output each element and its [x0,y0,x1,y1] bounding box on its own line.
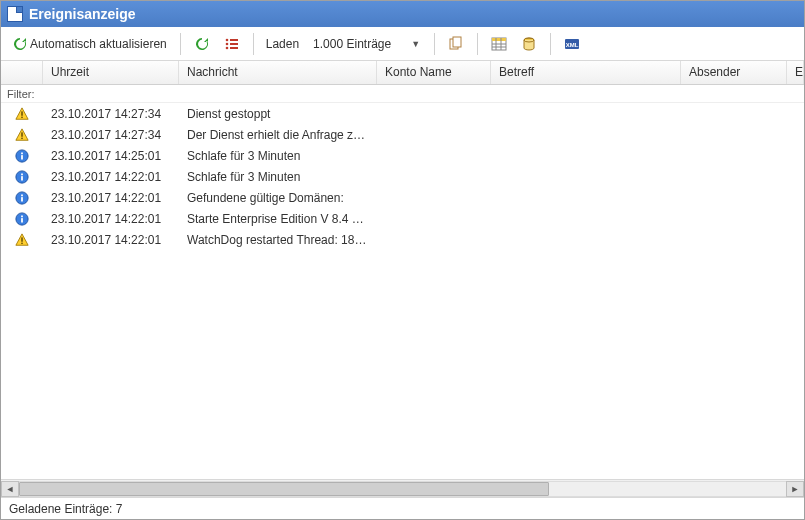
table-row[interactable]: 23.10.2017 14:22:01WatchDog restarted Th… [1,229,804,250]
svg-rect-24 [21,152,23,154]
row-type-icon [1,128,43,142]
header-account[interactable]: Konto Name [377,61,491,84]
xml-icon: XML [564,36,580,52]
svg-rect-19 [21,116,22,117]
cell-message: Der Dienst erhielt die Anfrage zu... [179,128,377,142]
svg-rect-33 [21,215,23,217]
svg-rect-7 [453,37,461,47]
refresh-icon [12,36,28,52]
svg-rect-32 [21,218,23,222]
cell-message: Dienst gestoppt [179,107,377,121]
copy-button[interactable] [443,31,469,57]
scroll-track[interactable] [19,481,786,497]
auto-refresh-label: Automatisch aktualisieren [30,37,167,51]
svg-rect-1 [230,39,238,41]
cell-time: 23.10.2017 14:22:01 [43,170,179,184]
refresh-icon [194,36,210,52]
table-row[interactable]: 23.10.2017 14:27:34Dienst gestoppt [1,103,804,124]
header-message[interactable]: Nachricht [179,61,377,84]
svg-rect-23 [21,155,23,159]
scroll-thumb[interactable] [19,482,549,496]
title-bar[interactable]: Ereignisanzeige [1,1,804,27]
row-type-icon [1,149,43,163]
header-subject[interactable]: Betreff [491,61,681,84]
status-text: Geladene Einträge: 7 [9,502,122,516]
svg-rect-34 [21,237,22,241]
toolbar-separator [253,33,254,55]
table-icon [491,36,507,52]
cell-time: 23.10.2017 14:27:34 [43,128,179,142]
svg-rect-5 [230,47,238,49]
svg-rect-27 [21,173,23,175]
svg-rect-18 [21,111,22,115]
window-title: Ereignisanzeige [29,6,136,22]
list-icon [224,36,240,52]
xml-export-button[interactable]: XML [559,31,585,57]
svg-point-4 [225,46,228,49]
document-icon [7,6,23,22]
cell-time: 23.10.2017 14:22:01 [43,212,179,226]
svg-point-2 [225,42,228,45]
svg-rect-35 [21,242,22,243]
table-row[interactable]: 23.10.2017 14:22:01Gefundene gültige Dom… [1,187,804,208]
database-icon [521,36,537,52]
svg-rect-30 [21,194,23,196]
row-type-icon [1,191,43,205]
scroll-right-button[interactable]: ► [786,481,804,497]
svg-rect-21 [21,137,22,138]
toolbar-separator [434,33,435,55]
svg-point-0 [225,38,228,41]
copy-icon [448,36,464,52]
toolbar-separator [550,33,551,55]
svg-text:XML: XML [566,42,579,48]
database-button[interactable] [516,31,542,57]
svg-rect-9 [492,38,506,41]
cell-message: WatchDog restarted Thread: 1810... [179,233,377,247]
table-row[interactable]: 23.10.2017 14:22:01Schlafe für 3 Minuten [1,166,804,187]
row-type-icon [1,212,43,226]
filter-row[interactable]: Filter: [1,85,804,103]
toolbar: Automatisch aktualisieren Laden 1.000 Ei… [1,27,804,61]
scroll-left-button[interactable]: ◄ [1,481,19,497]
table-row[interactable]: 23.10.2017 14:27:34Der Dienst erhielt di… [1,124,804,145]
horizontal-scrollbar[interactable]: ◄ ► [1,479,804,497]
svg-rect-26 [21,176,23,180]
toolbar-separator [477,33,478,55]
svg-rect-20 [21,132,22,136]
refresh-button[interactable] [189,31,215,57]
filter-label: Filter: [7,88,35,100]
cell-message: Schlafe für 3 Minuten [179,149,377,163]
header-time[interactable]: Uhrzeit [43,61,179,84]
list-view-button[interactable] [219,31,245,57]
status-bar: Geladene Einträge: 7 [1,497,804,519]
event-grid[interactable]: 23.10.2017 14:27:34Dienst gestoppt23.10.… [1,103,804,479]
auto-refresh-button[interactable]: Automatisch aktualisieren [7,31,172,57]
cell-time: 23.10.2017 14:22:01 [43,233,179,247]
row-type-icon [1,107,43,121]
cell-time: 23.10.2017 14:22:01 [43,191,179,205]
load-label: Laden [262,37,303,51]
row-type-icon [1,233,43,247]
svg-rect-29 [21,197,23,201]
row-type-icon [1,170,43,184]
event-viewer-window: Ereignisanzeige Automatisch aktualisiere… [0,0,805,520]
toolbar-separator [180,33,181,55]
table-export-button[interactable] [486,31,512,57]
header-sender[interactable]: Absender [681,61,787,84]
load-amount-value: 1.000 Einträge [313,37,391,51]
table-row[interactable]: 23.10.2017 14:25:01Schlafe für 3 Minuten [1,145,804,166]
cell-time: 23.10.2017 14:25:01 [43,149,179,163]
cell-message: Schlafe für 3 Minuten [179,170,377,184]
cell-message: Starte Enterprise Edition V 8.4 auf... [179,212,377,226]
column-headers: Uhrzeit Nachricht Konto Name Betreff Abs… [1,61,804,85]
svg-rect-3 [230,43,238,45]
header-last[interactable]: Er [787,61,804,84]
cell-message: Gefundene gültige Domänen: [179,191,377,205]
header-icon[interactable] [1,61,43,84]
cell-time: 23.10.2017 14:27:34 [43,107,179,121]
chevron-down-icon: ▼ [411,39,420,49]
table-row[interactable]: 23.10.2017 14:22:01Starte Enterprise Edi… [1,208,804,229]
load-amount-dropdown[interactable]: 1.000 Einträge ▼ [307,31,426,57]
